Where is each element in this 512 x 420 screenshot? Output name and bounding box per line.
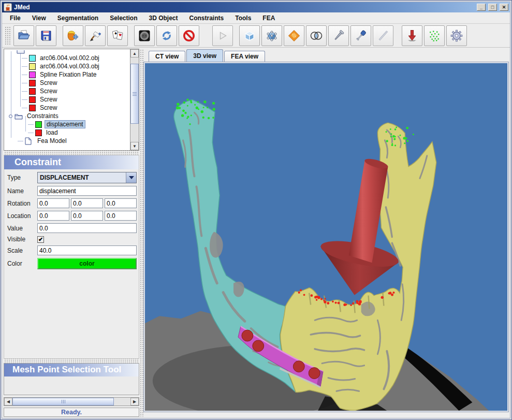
tree-item-clipped[interactable] bbox=[4, 50, 130, 54]
menu-file[interactable]: File bbox=[4, 13, 26, 23]
scale-field[interactable] bbox=[37, 245, 137, 255]
screw-head bbox=[253, 340, 264, 352]
constraint-type-select[interactable]: DISPLACEMENT bbox=[37, 172, 137, 183]
location-y-field[interactable] bbox=[71, 211, 103, 221]
venn-icon bbox=[310, 29, 323, 42]
tab-3d-view[interactable]: 3D view bbox=[186, 49, 223, 62]
toolbar-button-cube[interactable] bbox=[239, 25, 260, 46]
toolbar-button-drill[interactable] bbox=[373, 25, 393, 46]
toolbar-button-save[interactable] bbox=[36, 25, 56, 46]
menu-tools[interactable]: Tools bbox=[229, 13, 257, 23]
scroll-down-arrow[interactable]: ▼ bbox=[130, 142, 139, 150]
toolbar-button-venn[interactable] bbox=[306, 25, 327, 46]
toolbar-button-cards[interactable]: ♠ ♥ bbox=[107, 25, 128, 46]
tree-item-label: Screw bbox=[38, 104, 58, 111]
3d-viewport[interactable] bbox=[144, 62, 508, 412]
tree-item-displacement[interactable]: displacement bbox=[4, 120, 130, 128]
combo-dropdown-button[interactable] bbox=[126, 172, 136, 183]
scroll-up-arrow[interactable]: ▲ bbox=[130, 49, 139, 57]
tree-item-label: Fea Model bbox=[36, 137, 68, 144]
cards-icon: ♠ ♥ bbox=[111, 29, 124, 42]
tree-item-constraints-folder[interactable]: Constraints bbox=[4, 112, 130, 120]
content-area: arc06.004.vol.002.obj arc06.004.vol.003.… bbox=[2, 48, 510, 418]
menu-3d-object[interactable]: 3D Object bbox=[143, 13, 184, 23]
toolbar-button-cube-vertices[interactable] bbox=[261, 25, 282, 46]
close-button[interactable]: ✕ bbox=[500, 4, 508, 11]
toolbar-button-open-file[interactable] bbox=[13, 25, 34, 46]
toolbar-button-load-arrow[interactable] bbox=[402, 25, 422, 46]
tree-item-screw-1[interactable]: Screw bbox=[4, 79, 130, 87]
maximize-button[interactable]: □ bbox=[488, 4, 497, 11]
toolbar-drag-handle[interactable] bbox=[5, 26, 10, 45]
toolbar-button-paint[interactable] bbox=[85, 25, 106, 46]
object-tree: arc06.004.vol.002.obj arc06.004.vol.003.… bbox=[4, 49, 130, 150]
settings-icon bbox=[450, 29, 463, 42]
toolbar-button-play[interactable] bbox=[212, 25, 233, 46]
menu-fea[interactable]: FEA bbox=[257, 13, 281, 23]
constraint-panel-title: Constraint bbox=[4, 155, 139, 169]
toolbar-button-screw[interactable] bbox=[328, 25, 349, 46]
rotation-z-field[interactable] bbox=[105, 198, 137, 208]
constraint-type-value: DISPLACEMENT bbox=[38, 174, 126, 181]
color-button[interactable]: color bbox=[37, 258, 137, 269]
tree-item-screw-4[interactable]: Screw bbox=[4, 104, 130, 112]
color-swatch bbox=[29, 80, 36, 86]
sidebar-horizontal-scrollbar[interactable]: ◀ ▶ bbox=[4, 397, 139, 406]
vertical-splitter[interactable] bbox=[139, 49, 144, 417]
minimize-button[interactable]: _ bbox=[477, 4, 486, 11]
menu-view[interactable]: View bbox=[26, 13, 52, 23]
color-swatch bbox=[35, 121, 42, 128]
menu-selection[interactable]: Selection bbox=[104, 13, 143, 23]
tree-item-vol003[interactable]: arc06.004.vol.003.obj bbox=[4, 62, 130, 70]
location-x-field[interactable] bbox=[37, 211, 69, 221]
rotation-y-field[interactable] bbox=[71, 198, 103, 208]
tab-ct-view[interactable]: CT view bbox=[149, 51, 185, 62]
color-label: Color bbox=[7, 260, 37, 267]
tree-item-fixation-plate[interactable]: Spline Fixation Plate bbox=[4, 70, 130, 79]
toolbar-button-mesh-points[interactable] bbox=[424, 25, 445, 46]
tree-item-label: Spline Fixation Plate bbox=[38, 71, 98, 78]
screw-head bbox=[242, 330, 253, 341]
constraint-name-field[interactable] bbox=[37, 186, 137, 196]
value-field[interactable] bbox=[37, 223, 137, 233]
color-swatch bbox=[29, 55, 36, 62]
load-arrow-icon bbox=[405, 29, 419, 42]
horizontal-splitter[interactable] bbox=[4, 151, 139, 155]
tree-item-fea-model[interactable]: Fea Model bbox=[4, 137, 130, 145]
toolbar-button-refresh[interactable] bbox=[156, 25, 177, 46]
tree-item-vol002[interactable]: arc06.004.vol.002.obj bbox=[4, 54, 130, 62]
tree-item-screw-3[interactable]: Screw bbox=[4, 95, 130, 104]
toolbar: ♠ ♥ bbox=[2, 24, 510, 48]
menu-segmentation[interactable]: Segmentation bbox=[52, 13, 104, 23]
location-z-field[interactable] bbox=[105, 211, 137, 221]
folder-icon bbox=[14, 113, 23, 120]
toolbar-button-block[interactable] bbox=[179, 25, 199, 46]
toolbar-button-settings[interactable] bbox=[446, 25, 467, 46]
toolbar-button-screwdriver[interactable] bbox=[350, 25, 371, 46]
tree-item-screw-2[interactable]: Screw bbox=[4, 87, 130, 95]
toolbar-button-ct-slice[interactable] bbox=[134, 25, 155, 46]
diamond-icon bbox=[287, 29, 301, 42]
rotation-x-field[interactable] bbox=[37, 198, 69, 208]
tree-expander-knob[interactable] bbox=[9, 114, 12, 118]
tree-item-label: arc06.004.vol.003.obj bbox=[38, 63, 101, 70]
scroll-right-arrow[interactable]: ▶ bbox=[130, 398, 139, 405]
paint-icon bbox=[89, 29, 102, 42]
left-sidebar: arc06.004.vol.002.obj arc06.004.vol.003.… bbox=[4, 49, 139, 417]
main-view-area: CT view 3D view FEA view bbox=[144, 49, 509, 417]
menu-constraints[interactable]: Constraints bbox=[184, 13, 230, 23]
toolbar-button-diamond[interactable] bbox=[284, 25, 304, 46]
title-bar[interactable]: JMed _ □ ✕ bbox=[2, 2, 510, 12]
scroll-left-arrow[interactable]: ◀ bbox=[4, 398, 12, 405]
scrollbar-thumb[interactable] bbox=[12, 398, 114, 405]
scrollbar-thumb[interactable] bbox=[130, 64, 139, 124]
toolbar-button-add-object[interactable] bbox=[63, 25, 83, 46]
visible-checkbox[interactable]: ✔ bbox=[37, 236, 44, 243]
horizontal-splitter[interactable] bbox=[4, 359, 139, 363]
tab-fea-view[interactable]: FEA view bbox=[224, 51, 265, 62]
tree-vertical-scrollbar[interactable]: ▲ ▼ bbox=[130, 49, 139, 150]
tree-item-load[interactable]: load bbox=[4, 128, 130, 137]
window-title: JMed bbox=[14, 4, 474, 11]
mesh-points-icon bbox=[428, 29, 441, 42]
folder-icon bbox=[17, 50, 25, 54]
